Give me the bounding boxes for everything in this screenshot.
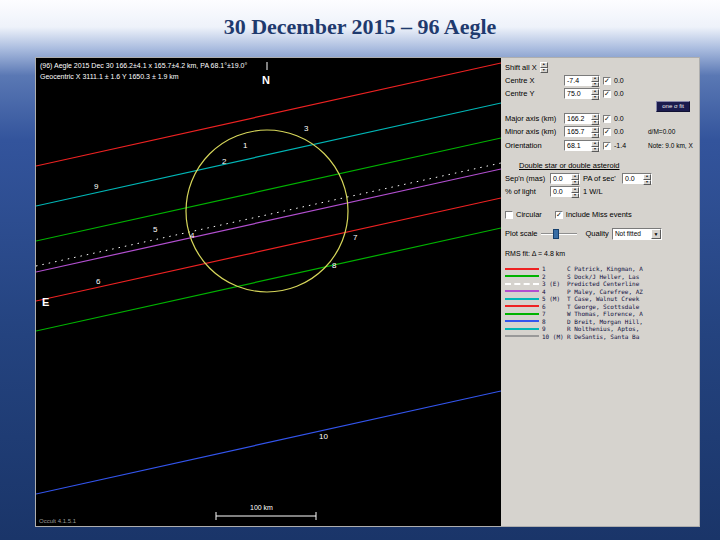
observer-number: 1 <box>542 265 564 272</box>
observer-row[interactable]: 8D Breit, Morgan Hill, <box>505 318 696 326</box>
plot-info-line2: Geocentric X 3111.1 ± 1.6 Y 1650.3 ± 1.9… <box>40 72 247 83</box>
separation-input[interactable]: 0.0 ▲ ▼ <box>550 173 580 184</box>
chord-line <box>36 103 501 206</box>
observer-row[interactable]: 3 (E)Predicted Centerline <box>505 280 696 288</box>
observer-number: 10 (M) <box>542 333 564 340</box>
plot-scale-slider[interactable] <box>541 229 577 239</box>
quality-value: Not fitted <box>615 230 641 237</box>
centre-x-label: Centre X <box>505 76 561 85</box>
observer-line-swatch <box>505 298 539 300</box>
plot-info: (96) Aegle 2015 Dec 30 166.2±4.1 x 165.7… <box>40 61 247 82</box>
dropdown-arrow-icon[interactable]: ▼ <box>651 229 661 239</box>
observer-row[interactable]: 1C Patrick, Kingman, A <box>505 265 696 273</box>
percent-light-spinner[interactable]: ▲ ▼ <box>571 187 579 196</box>
station-number: 4 <box>190 231 195 240</box>
centre-y-checkbox[interactable]: ✓ <box>603 90 611 98</box>
chord-lines <box>36 63 501 494</box>
scale-bar-label: 100 km <box>250 504 273 511</box>
observer-line-swatch <box>505 313 539 315</box>
minor-axis-spinner[interactable]: ▲ ▼ <box>591 127 599 136</box>
observer-row[interactable]: 2S Dock/J Heller, Las <box>505 273 696 281</box>
observer-number: 4 <box>542 288 564 295</box>
percent-light-value: 0.0 <box>551 187 571 196</box>
control-panel: Shift all X ▲ ▼ Centre X -7.4 ▲ ▼ ✓ 0.0 <box>501 58 699 526</box>
observer-row[interactable]: 7W Thomas, Florence, A <box>505 310 696 318</box>
centre-x-spinner[interactable]: ▲ ▼ <box>591 76 599 85</box>
spinner-down-icon[interactable]: ▼ <box>591 147 599 153</box>
spinner-down-icon[interactable]: ▼ <box>571 193 579 199</box>
observer-number: 2 <box>542 273 564 280</box>
observer-number: 7 <box>542 310 564 317</box>
chord-line <box>36 169 501 272</box>
wl-label: 1 W/L <box>583 187 603 196</box>
check-icon: ✓ <box>604 142 610 149</box>
observer-name: C Patrick, Kingman, A <box>567 265 643 272</box>
observer-line-swatch <box>505 335 539 337</box>
observer-line-swatch <box>505 328 539 330</box>
observer-line-swatch <box>505 290 539 292</box>
observer-row[interactable]: 5 (M)T Case, Walnut Creek <box>505 295 696 303</box>
major-axis-checkbox[interactable]: ✓ <box>603 115 611 123</box>
separation-row: Sep'n (mas) 0.0 ▲ ▼ PA of sec' 0.0 ▲ ▼ <box>505 172 696 185</box>
centre-y-input[interactable]: 75.0 ▲ ▼ <box>564 88 600 99</box>
plot-scale-row: Plot scale Quality Not fitted ▼ <box>505 227 696 240</box>
observer-name: T Case, Walnut Creek <box>567 295 639 302</box>
minor-axis-label: Minor axis (km) <box>505 127 561 136</box>
station-number: 7 <box>353 233 358 242</box>
north-label: N <box>262 74 270 86</box>
centre-x-checkbox[interactable]: ✓ <box>603 77 611 85</box>
observer-row[interactable]: 9R Nolthenius, Aptos, <box>505 325 696 333</box>
centre-x-input[interactable]: -7.4 ▲ ▼ <box>564 75 600 86</box>
centre-y-spinner[interactable]: ▲ ▼ <box>591 89 599 98</box>
pa-secondary-input[interactable]: 0.0 ▲ ▼ <box>622 173 652 184</box>
station-labels: 12395467810 <box>94 124 358 441</box>
observer-row[interactable]: 6T George, Scottsdale <box>505 303 696 311</box>
chord-line <box>36 198 501 301</box>
major-axis-spinner[interactable]: ▲ ▼ <box>591 114 599 123</box>
check-icon: ✓ <box>604 77 610 84</box>
slider-track <box>541 233 577 235</box>
station-number: 6 <box>96 277 101 286</box>
pa-secondary-spinner[interactable]: ▲ ▼ <box>643 174 651 183</box>
observer-line-swatch <box>505 320 539 322</box>
circular-checkbox[interactable] <box>505 211 513 219</box>
presentation-slide: 30 December 2015 – 96 Aegle N E 100 km 1… <box>0 0 720 540</box>
pa-secondary-label: PA of sec' <box>583 174 619 183</box>
station-number: 9 <box>94 182 99 191</box>
slide-title: 30 December 2015 – 96 Aegle <box>0 14 720 40</box>
check-icon: ✓ <box>604 128 610 135</box>
separation-value: 0.0 <box>551 174 571 183</box>
quality-dropdown[interactable]: Not fitted ▼ <box>612 228 662 240</box>
minor-axis-input[interactable]: 165.7 ▲ ▼ <box>564 126 600 137</box>
minor-axis-checkbox[interactable]: ✓ <box>603 128 611 136</box>
separation-spinner[interactable]: ▲ ▼ <box>571 174 579 183</box>
observer-line-swatch <box>505 268 539 270</box>
observer-line-swatch <box>505 275 539 277</box>
minor-axis-note: d/M=0.00 <box>648 128 696 135</box>
spinner-down-icon[interactable]: ▼ <box>540 68 548 74</box>
shift-all-label: Shift all X <box>505 63 537 72</box>
percent-light-input[interactable]: 0.0 ▲ ▼ <box>550 186 580 197</box>
observer-row[interactable]: 4P Maley, Carefree, AZ <box>505 288 696 296</box>
slider-thumb[interactable] <box>553 229 559 239</box>
centre-y-label: Centre Y <box>505 89 561 98</box>
observer-name: W Thomas, Florence, A <box>567 310 643 317</box>
major-axis-input[interactable]: 166.2 ▲ ▼ <box>564 113 600 124</box>
shift-all-spinner[interactable]: ▲ ▼ <box>540 62 548 73</box>
occult-app-window: N E 100 km 12395467810 (96) Aegle 2015 D… <box>35 57 700 527</box>
east-label: E <box>42 296 49 308</box>
sigma-fit-button[interactable]: one σ fit <box>656 101 690 112</box>
observer-name: Predicted Centerline <box>567 280 639 287</box>
orientation-input[interactable]: 68.1 ▲ ▼ <box>564 140 600 151</box>
observer-name: D Breit, Morgan Hill, <box>567 318 643 325</box>
observer-row[interactable]: 10 (M)R DeSantis, Santa Ba <box>505 333 696 341</box>
orientation-error: -1.4 <box>614 142 629 149</box>
check-icon: ✓ <box>604 115 610 122</box>
observer-name: P Maley, Carefree, AZ <box>567 288 643 295</box>
orientation-checkbox[interactable]: ✓ <box>603 142 611 150</box>
station-number: 3 <box>304 124 309 133</box>
observer-name: S Dock/J Heller, Las <box>567 273 639 280</box>
orientation-spinner[interactable]: ▲ ▼ <box>591 141 599 150</box>
chord-line <box>36 391 501 494</box>
include-miss-checkbox[interactable]: ✓ <box>555 211 563 219</box>
